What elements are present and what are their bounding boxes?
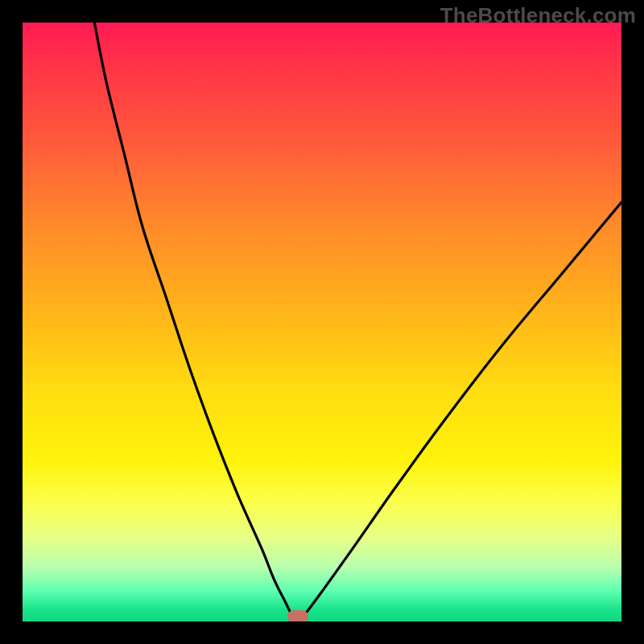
minimum-marker <box>287 610 308 621</box>
bottleneck-curve <box>23 23 621 621</box>
curve-path <box>94 23 621 621</box>
chart-frame: TheBottleneck.com <box>0 0 644 644</box>
plot-area <box>23 23 621 621</box>
watermark-text: TheBottleneck.com <box>440 3 636 28</box>
